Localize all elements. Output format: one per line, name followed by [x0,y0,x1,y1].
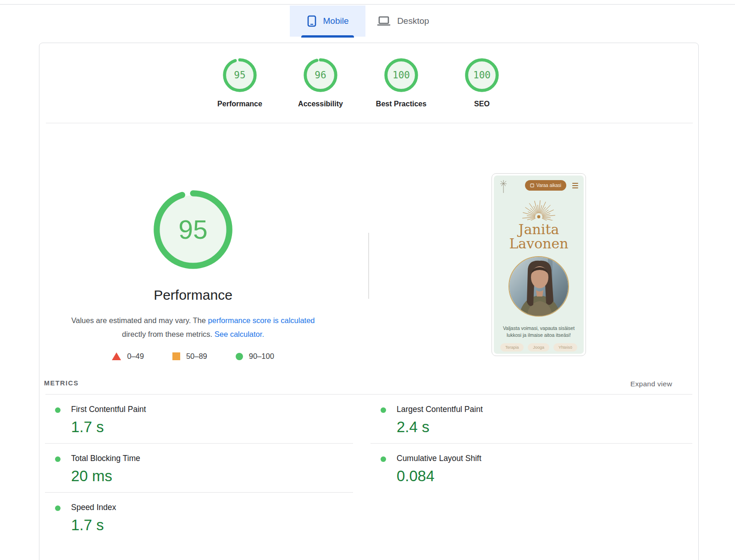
tag-terapia: Terapia [500,343,524,351]
gauge-label: Performance [203,100,276,108]
desc-text: Values are estimated and may vary. The [71,316,208,324]
varaa-aikasi-button: Varaa aikasi [525,180,566,191]
column-divider [368,233,369,299]
metric-value: 1.7 s [71,516,104,534]
performance-description: Values are estimated and may vary. The p… [55,313,331,341]
metric-speed-index: Speed Index 1.7 s [45,493,353,542]
legend-fail-range: 0–49 [112,352,144,361]
tab-mobile[interactable]: Mobile [290,5,365,37]
legend-label: 50–89 [186,352,207,361]
hamburger-menu-icon [572,183,578,190]
metric-name: First Contentful Paint [71,405,146,414]
score-legend: 0–49 50–89 90–100 [55,352,331,361]
performance-main-gauge: 95 [153,189,233,270]
metric-name: Cumulative Layout Shift [397,454,481,463]
site-screenshot-thumbnail[interactable]: Varaa aikasi Janita Lavonen [492,173,586,356]
gauge-label: Best Practices [365,100,438,108]
gauge-score: 100 [465,58,499,92]
tab-desktop-label: Desktop [397,16,429,26]
pass-dot-icon [55,505,61,511]
pagespeed-report: Mobile Desktop 95 Performance [0,0,735,560]
gauge-label: SEO [445,100,519,108]
metric-name: Total Blocking Time [71,454,140,463]
green-circle-icon [236,353,243,360]
dandelion-logo-icon [499,179,508,194]
summary-gauge-performance[interactable]: 95 Performance [203,58,276,108]
metric-name: Speed Index [71,503,116,512]
gauge-score: 95 [223,58,257,92]
metric-first-contentful-paint: First Contentful Paint 1.7 s [45,395,353,444]
calendar-icon [530,183,534,187]
site-title-line1: Janita [494,222,584,236]
legend-label: 0–49 [127,352,144,361]
score-calculation-link[interactable]: performance score is calculated [208,316,315,324]
red-triangle-icon [112,352,121,360]
performance-title: Performance [101,287,285,303]
pass-dot-icon [381,407,386,413]
sunburst-icon [517,197,561,220]
metric-name: Largest Contentful Paint [397,405,483,414]
top-divider [0,4,735,5]
section-divider [46,123,693,123]
pass-dot-icon [55,407,61,413]
metric-value: 1.7 s [71,418,104,436]
metric-value: 20 ms [71,467,112,485]
metric-total-blocking-time: Total Blocking Time 20 ms [45,444,353,493]
tagline-line2: lukkosi ja ilmaise aitoa itseäsi! [494,332,584,339]
desc-text: directly from these metrics. [122,330,215,338]
metric-value: 2.4 s [397,418,430,436]
summary-gauge-accessibility[interactable]: 96 Accessibility [284,58,357,108]
gauge-label: Accessibility [284,100,357,108]
tag-jooga: Jooga [528,343,549,351]
site-tags: Terapia Jooga Yhteisö [494,343,584,351]
site-screenshot: Varaa aikasi Janita Lavonen [494,176,584,354]
metric-value: 0.084 [397,467,435,485]
tab-desktop[interactable]: Desktop [367,5,439,37]
metric-cumulative-layout-shift: Cumulative Layout Shift 0.084 [370,444,692,493]
see-calculator-link[interactable]: See calculator. [215,330,264,338]
portrait-photo [508,256,569,317]
summary-gauge-seo[interactable]: 100 SEO [445,58,519,108]
site-title: Janita Lavonen [494,222,584,251]
gauge-score: 96 [304,58,337,92]
orange-square-icon [172,352,180,360]
desktop-laptop-icon [377,16,391,27]
site-title-line2: Lavonen [494,236,584,251]
performance-score: 95 [153,189,233,270]
metrics-heading: METRICS [44,379,79,387]
expand-view-button[interactable]: Expand view [603,380,672,388]
active-tab-indicator [301,35,354,38]
gauge-score: 100 [384,58,418,92]
legend-label: 90–100 [249,352,274,361]
tab-mobile-label: Mobile [323,16,349,26]
mobile-phone-icon [307,15,317,27]
metric-largest-contentful-paint: Largest Contentful Paint 2.4 s [370,395,692,444]
pass-dot-icon [55,456,61,462]
tagline-line1: Valjasta voimasi, vapauta sisäiset [494,325,584,332]
pass-dot-icon [381,456,386,462]
portrait-image [509,257,569,317]
site-tagline: Valjasta voimasi, vapauta sisäiset lukko… [494,325,584,339]
legend-average-range: 50–89 [172,352,207,361]
summary-gauge-best-practices[interactable]: 100 Best Practices [365,58,438,108]
cta-label: Varaa aikasi [536,183,561,188]
legend-pass-range: 90–100 [236,352,274,361]
tag-yhteiso: Yhteisö [553,343,577,351]
